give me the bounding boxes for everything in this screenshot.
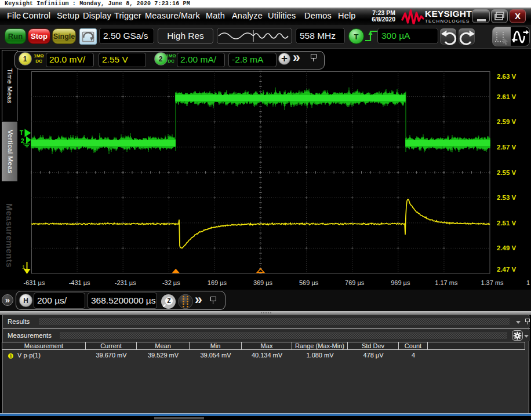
svg-text:2.59 V: 2.59 V <box>497 118 517 125</box>
svg-text:369 µs: 369 µs <box>253 279 273 286</box>
svg-text:Z: Z <box>167 298 170 304</box>
svg-text:1.37 ms: 1.37 ms <box>481 279 504 286</box>
svg-text:2.53 V: 2.53 V <box>497 194 517 201</box>
svg-text:569 µs: 569 µs <box>299 279 319 286</box>
svg-text:-631 µs: -631 µs <box>24 279 45 286</box>
svg-text:2.63 V: 2.63 V <box>497 73 517 80</box>
svg-text:1.17 ms: 1.17 ms <box>435 279 458 286</box>
svg-text:-231 µs: -231 µs <box>115 279 136 286</box>
svg-text:969 µs: 969 µs <box>391 279 410 286</box>
svg-text:-431 µs: -431 µs <box>69 279 90 286</box>
svg-text:1: 1 <box>526 279 530 286</box>
svg-text:169 µs: 169 µs <box>208 279 227 286</box>
svg-text:2.47 V: 2.47 V <box>497 266 517 273</box>
svg-text:-32 µs: -32 µs <box>162 279 180 286</box>
svg-text:2.57 V: 2.57 V <box>497 144 517 151</box>
svg-text:T: T <box>20 130 23 136</box>
svg-text:2: 2 <box>21 138 24 144</box>
svg-text:2.55 V: 2.55 V <box>497 169 517 176</box>
svg-text:2.49 V: 2.49 V <box>497 244 517 251</box>
svg-text:769 µs: 769 µs <box>345 279 365 286</box>
svg-text:1: 1 <box>22 264 25 270</box>
svg-text:2.61 V: 2.61 V <box>497 93 517 100</box>
svg-text:2.51 V: 2.51 V <box>497 220 517 227</box>
